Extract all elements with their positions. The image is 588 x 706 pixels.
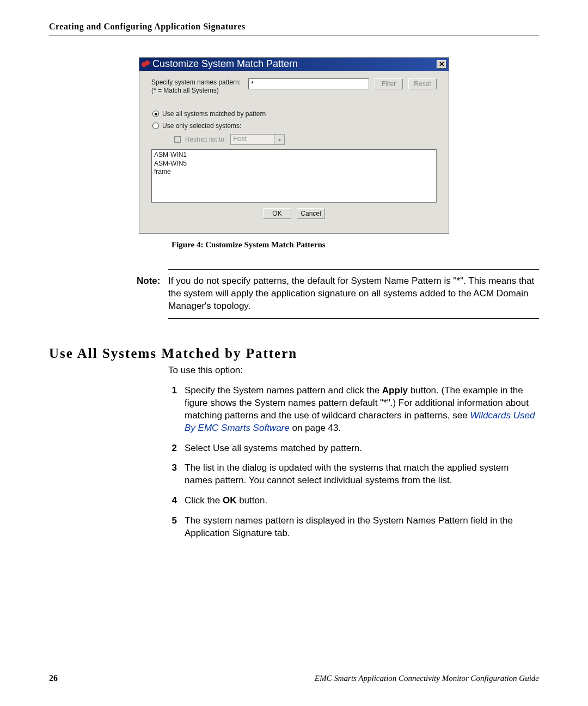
app-icon — [142, 60, 149, 68]
footer-guide-title: EMC Smarts Application Connectivity Moni… — [315, 674, 539, 683]
page-number: 26 — [49, 673, 58, 683]
ok-button[interactable]: OK — [263, 208, 291, 219]
figure-caption-text: Customize System Match Patterns — [203, 240, 325, 249]
dialog-customize-match-pattern: Customize System Match Pattern ✕ Specify… — [139, 57, 449, 234]
step-text: on page 43. — [290, 423, 341, 433]
pattern-label: Specify system names pattern: (* = Match… — [151, 78, 243, 95]
step-text: button. — [236, 495, 267, 506]
step-text: Select Use all systems matched by patter… — [185, 442, 362, 455]
reset-button[interactable]: Reset — [408, 78, 437, 89]
section-body: To use this option: 1 Specify the System… — [168, 364, 539, 540]
step-4: 4 Click the OK button. — [168, 495, 539, 507]
radio-use-all-label: Use all systems matched by pattern — [162, 110, 266, 118]
step-5: 5 The system names pattern is displayed … — [168, 515, 539, 540]
note-block: Note: If you do not specify patterns, th… — [168, 269, 539, 319]
step-text: The list in the dialog is updated with t… — [185, 462, 539, 487]
dialog-screenshot: Customize System Match Pattern ✕ Specify… — [49, 57, 539, 234]
inline-bold-ok: OK — [223, 495, 237, 506]
radio-use-all[interactable]: Use all systems matched by pattern — [151, 110, 437, 118]
inline-bold-apply: Apply — [382, 385, 408, 395]
close-icon[interactable]: ✕ — [437, 60, 446, 69]
pattern-label-sub: (* = Match all Systems) — [151, 87, 243, 95]
dialog-title: Customize System Match Pattern — [152, 58, 433, 70]
restrict-label: Restrict list to: — [185, 136, 226, 143]
chevron-down-icon — [274, 135, 284, 144]
systems-listbox[interactable]: ASM-WIN1 ASM-WIN5 frame — [151, 149, 437, 203]
restrict-select-value: Host — [231, 135, 274, 144]
page-footer: 26 EMC Smarts Application Connectivity M… — [49, 673, 539, 683]
step-text: Click the — [185, 495, 223, 506]
radio-use-selected-label: Use only selected systems: — [162, 122, 241, 130]
cancel-button[interactable]: Cancel — [297, 208, 325, 219]
step-number: 2 — [168, 442, 177, 455]
section-title: Use All Systems Matched by Pattern — [49, 346, 539, 361]
step-number: 4 — [168, 495, 177, 507]
restrict-checkbox[interactable] — [174, 136, 181, 143]
note-body: If you do not specify patterns, the defa… — [168, 275, 539, 313]
intro-line: To use this option: — [168, 364, 539, 377]
note-label: Note: — [137, 275, 160, 288]
step-2: 2 Select Use all systems matched by patt… — [168, 442, 539, 455]
step-number: 3 — [168, 462, 177, 487]
figure-caption: Figure 4: Customize System Match Pattern… — [171, 240, 539, 249]
filter-button[interactable]: Filter — [375, 78, 403, 89]
page-header: Creating and Configuring Application Sig… — [49, 22, 539, 35]
radio-use-selected[interactable]: Use only selected systems: — [151, 122, 437, 130]
step-1: 1 Specify the System names pattern and c… — [168, 385, 539, 435]
restrict-select[interactable]: Host — [230, 134, 285, 145]
step-text: Specify the System names pattern and cli… — [185, 385, 382, 395]
pattern-label-main: Specify system names pattern: — [151, 78, 241, 86]
pattern-input[interactable] — [248, 78, 369, 89]
step-number: 5 — [168, 515, 177, 540]
radio-icon — [152, 123, 159, 129]
figure-caption-prefix: Figure 4: — [171, 240, 203, 249]
steps-list: 1 Specify the System names pattern and c… — [168, 385, 539, 540]
radio-icon — [152, 111, 159, 117]
list-item[interactable]: ASM-WIN1 — [154, 151, 434, 160]
dialog-titlebar: Customize System Match Pattern ✕ — [139, 58, 449, 71]
list-item[interactable]: frame — [154, 168, 434, 176]
list-item[interactable]: ASM-WIN5 — [154, 160, 434, 168]
step-number: 1 — [168, 385, 177, 435]
step-text: The system names pattern is displayed in… — [185, 515, 539, 540]
step-3: 3 The list in the dialog is updated with… — [168, 462, 539, 487]
